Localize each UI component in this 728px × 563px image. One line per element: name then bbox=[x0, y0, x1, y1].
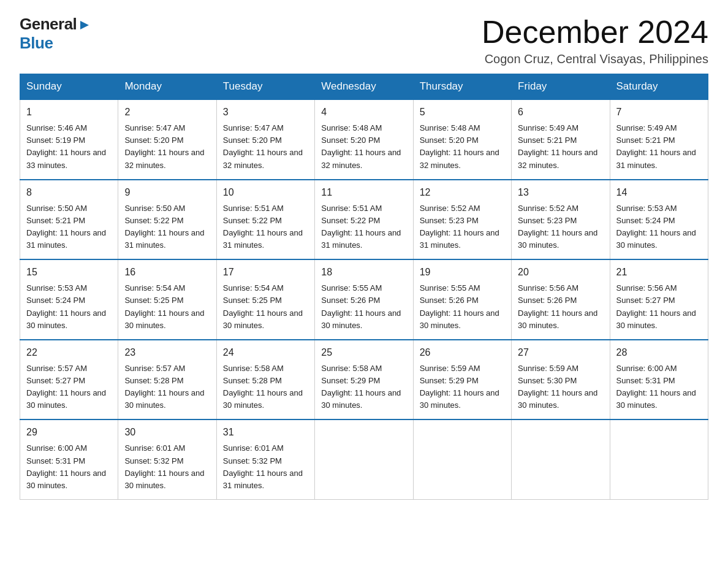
day-number: 17 bbox=[223, 265, 308, 280]
day-number: 26 bbox=[420, 345, 505, 360]
calendar-day-cell: 3Sunrise: 5:47 AMSunset: 5:20 PMDaylight… bbox=[216, 99, 314, 180]
calendar-day-cell bbox=[610, 419, 708, 499]
calendar-day-cell: 14Sunrise: 5:53 AMSunset: 5:24 PMDayligh… bbox=[610, 180, 708, 260]
location-subtitle: Cogon Cruz, Central Visayas, Philippines bbox=[482, 52, 708, 66]
day-number: 10 bbox=[223, 185, 308, 200]
day-info: Sunrise: 5:57 AMSunset: 5:27 PMDaylight:… bbox=[26, 362, 112, 412]
calendar-day-cell: 20Sunrise: 5:56 AMSunset: 5:26 PMDayligh… bbox=[512, 259, 610, 340]
calendar-header-friday: Friday bbox=[512, 74, 610, 100]
day-number: 20 bbox=[518, 265, 603, 280]
calendar-day-cell: 29Sunrise: 6:00 AMSunset: 5:31 PMDayligh… bbox=[20, 419, 118, 499]
day-info: Sunrise: 5:49 AMSunset: 5:21 PMDaylight:… bbox=[616, 122, 702, 172]
page-header: General Blue December 2024 Cogon Cruz, C… bbox=[20, 15, 708, 66]
calendar-day-cell: 27Sunrise: 5:59 AMSunset: 5:30 PMDayligh… bbox=[512, 340, 610, 420]
day-number: 13 bbox=[518, 185, 603, 200]
day-number: 21 bbox=[616, 265, 702, 280]
day-info: Sunrise: 5:49 AMSunset: 5:21 PMDaylight:… bbox=[518, 122, 603, 172]
logo-arrow-icon bbox=[78, 18, 91, 32]
day-number: 1 bbox=[26, 105, 112, 120]
day-info: Sunrise: 6:00 AMSunset: 5:31 PMDaylight:… bbox=[26, 442, 112, 492]
calendar-day-cell: 5Sunrise: 5:48 AMSunset: 5:20 PMDaylight… bbox=[413, 99, 511, 180]
calendar-day-cell bbox=[512, 419, 610, 499]
day-number: 23 bbox=[124, 345, 210, 360]
calendar-day-cell: 9Sunrise: 5:50 AMSunset: 5:22 PMDaylight… bbox=[118, 180, 216, 260]
day-number: 30 bbox=[124, 425, 210, 440]
day-info: Sunrise: 5:52 AMSunset: 5:23 PMDaylight:… bbox=[420, 202, 505, 252]
calendar-day-cell: 1Sunrise: 5:46 AMSunset: 5:19 PMDaylight… bbox=[20, 99, 118, 180]
calendar-day-cell: 15Sunrise: 5:53 AMSunset: 5:24 PMDayligh… bbox=[20, 259, 118, 340]
day-number: 29 bbox=[26, 425, 112, 440]
logo-general: General bbox=[20, 15, 77, 34]
calendar-day-cell: 18Sunrise: 5:55 AMSunset: 5:26 PMDayligh… bbox=[315, 259, 413, 340]
day-number: 2 bbox=[124, 105, 210, 120]
calendar-day-cell: 30Sunrise: 6:01 AMSunset: 5:32 PMDayligh… bbox=[118, 419, 216, 499]
day-info: Sunrise: 5:51 AMSunset: 5:22 PMDaylight:… bbox=[223, 202, 308, 252]
calendar-day-cell: 17Sunrise: 5:54 AMSunset: 5:25 PMDayligh… bbox=[216, 259, 314, 340]
calendar-day-cell: 4Sunrise: 5:48 AMSunset: 5:20 PMDaylight… bbox=[315, 99, 413, 180]
day-info: Sunrise: 5:48 AMSunset: 5:20 PMDaylight:… bbox=[321, 122, 406, 172]
day-info: Sunrise: 5:56 AMSunset: 5:26 PMDaylight:… bbox=[518, 282, 603, 332]
calendar-day-cell: 19Sunrise: 5:55 AMSunset: 5:26 PMDayligh… bbox=[413, 259, 511, 340]
calendar-day-cell: 6Sunrise: 5:49 AMSunset: 5:21 PMDaylight… bbox=[512, 99, 610, 180]
day-info: Sunrise: 5:54 AMSunset: 5:25 PMDaylight:… bbox=[223, 282, 308, 332]
calendar-day-cell: 16Sunrise: 5:54 AMSunset: 5:25 PMDayligh… bbox=[118, 259, 216, 340]
calendar-day-cell: 2Sunrise: 5:47 AMSunset: 5:20 PMDaylight… bbox=[118, 99, 216, 180]
day-info: Sunrise: 6:01 AMSunset: 5:32 PMDaylight:… bbox=[223, 442, 308, 492]
day-number: 6 bbox=[518, 105, 603, 120]
day-info: Sunrise: 5:47 AMSunset: 5:20 PMDaylight:… bbox=[223, 122, 308, 172]
calendar-day-cell: 26Sunrise: 5:59 AMSunset: 5:29 PMDayligh… bbox=[413, 340, 511, 420]
calendar-day-cell: 28Sunrise: 6:00 AMSunset: 5:31 PMDayligh… bbox=[610, 340, 708, 420]
day-number: 31 bbox=[223, 425, 308, 440]
calendar-header-sunday: Sunday bbox=[20, 74, 118, 100]
day-info: Sunrise: 5:55 AMSunset: 5:26 PMDaylight:… bbox=[420, 282, 505, 332]
calendar-day-cell: 25Sunrise: 5:58 AMSunset: 5:29 PMDayligh… bbox=[315, 340, 413, 420]
day-number: 3 bbox=[223, 105, 308, 120]
day-info: Sunrise: 5:50 AMSunset: 5:22 PMDaylight:… bbox=[124, 202, 210, 252]
day-number: 18 bbox=[321, 265, 406, 280]
day-info: Sunrise: 5:48 AMSunset: 5:20 PMDaylight:… bbox=[420, 122, 505, 172]
day-number: 15 bbox=[26, 265, 112, 280]
calendar-day-cell: 13Sunrise: 5:52 AMSunset: 5:23 PMDayligh… bbox=[512, 180, 610, 260]
calendar-day-cell bbox=[413, 419, 511, 499]
day-info: Sunrise: 5:46 AMSunset: 5:19 PMDaylight:… bbox=[26, 122, 112, 172]
logo: General Blue bbox=[20, 15, 91, 53]
day-info: Sunrise: 6:01 AMSunset: 5:32 PMDaylight:… bbox=[124, 442, 210, 492]
calendar-week-row: 29Sunrise: 6:00 AMSunset: 5:31 PMDayligh… bbox=[20, 419, 708, 499]
day-number: 12 bbox=[420, 185, 505, 200]
calendar-week-row: 15Sunrise: 5:53 AMSunset: 5:24 PMDayligh… bbox=[20, 259, 708, 340]
day-number: 9 bbox=[124, 185, 210, 200]
day-info: Sunrise: 5:51 AMSunset: 5:22 PMDaylight:… bbox=[321, 202, 406, 252]
calendar-day-cell: 23Sunrise: 5:57 AMSunset: 5:28 PMDayligh… bbox=[118, 340, 216, 420]
day-info: Sunrise: 5:54 AMSunset: 5:25 PMDaylight:… bbox=[124, 282, 210, 332]
day-number: 28 bbox=[616, 345, 702, 360]
day-info: Sunrise: 5:52 AMSunset: 5:23 PMDaylight:… bbox=[518, 202, 603, 252]
logo-blue: Blue bbox=[20, 34, 53, 52]
day-number: 7 bbox=[616, 105, 702, 120]
calendar-day-cell: 7Sunrise: 5:49 AMSunset: 5:21 PMDaylight… bbox=[610, 99, 708, 180]
calendar-header-saturday: Saturday bbox=[610, 74, 708, 100]
calendar-day-cell: 22Sunrise: 5:57 AMSunset: 5:27 PMDayligh… bbox=[20, 340, 118, 420]
calendar-week-row: 22Sunrise: 5:57 AMSunset: 5:27 PMDayligh… bbox=[20, 340, 708, 420]
day-number: 22 bbox=[26, 345, 112, 360]
day-info: Sunrise: 5:53 AMSunset: 5:24 PMDaylight:… bbox=[616, 202, 702, 252]
calendar-day-cell: 21Sunrise: 5:56 AMSunset: 5:27 PMDayligh… bbox=[610, 259, 708, 340]
day-info: Sunrise: 5:53 AMSunset: 5:24 PMDaylight:… bbox=[26, 282, 112, 332]
day-number: 16 bbox=[124, 265, 210, 280]
month-year: December 2024 bbox=[482, 15, 708, 50]
calendar-header-thursday: Thursday bbox=[413, 74, 511, 100]
day-number: 5 bbox=[420, 105, 505, 120]
svg-marker-0 bbox=[80, 21, 89, 29]
day-info: Sunrise: 5:59 AMSunset: 5:29 PMDaylight:… bbox=[420, 362, 505, 412]
calendar-table: SundayMondayTuesdayWednesdayThursdayFrid… bbox=[20, 74, 708, 500]
day-number: 19 bbox=[420, 265, 505, 280]
calendar-day-cell: 24Sunrise: 5:58 AMSunset: 5:28 PMDayligh… bbox=[216, 340, 314, 420]
calendar-header-tuesday: Tuesday bbox=[216, 74, 314, 100]
day-info: Sunrise: 5:57 AMSunset: 5:28 PMDaylight:… bbox=[124, 362, 210, 412]
day-number: 24 bbox=[223, 345, 308, 360]
day-info: Sunrise: 6:00 AMSunset: 5:31 PMDaylight:… bbox=[616, 362, 702, 412]
day-number: 8 bbox=[26, 185, 112, 200]
day-info: Sunrise: 5:58 AMSunset: 5:28 PMDaylight:… bbox=[223, 362, 308, 412]
calendar-day-cell: 31Sunrise: 6:01 AMSunset: 5:32 PMDayligh… bbox=[216, 419, 314, 499]
calendar-day-cell bbox=[315, 419, 413, 499]
title-block: December 2024 Cogon Cruz, Central Visaya… bbox=[482, 15, 708, 66]
